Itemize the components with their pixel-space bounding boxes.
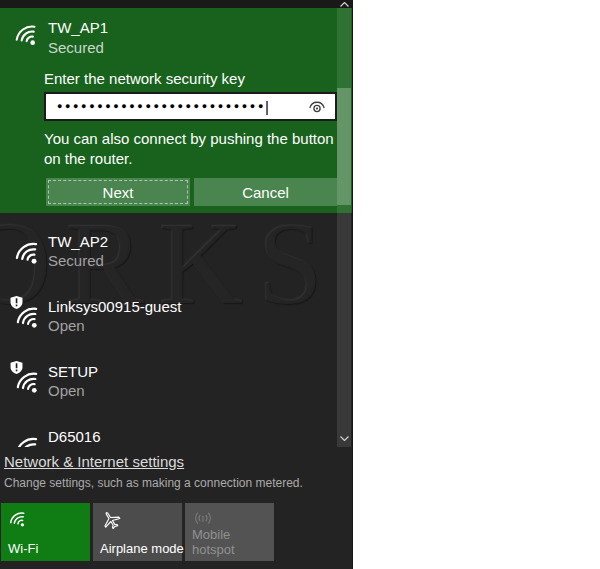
chevron-down-icon xyxy=(340,436,349,441)
network-name: TW_AP2 xyxy=(48,233,108,250)
network-status: Open xyxy=(48,317,85,334)
settings-caption: Change settings, such as making a connec… xyxy=(4,476,303,490)
network-row-setup[interactable]: SETUP Open xyxy=(0,356,337,420)
mobile-hotspot-tile: Mobile hotspot xyxy=(185,503,274,561)
selected-network-panel: TW_AP1 Secured Enter the network securit… xyxy=(0,8,352,213)
shield-exclamation-icon xyxy=(10,360,23,375)
password-masked-value: ●●●●●●●●●●●●●●●●●●●●●●●●●● xyxy=(57,102,266,111)
wifi-weak-icon xyxy=(11,425,45,447)
scrollbar-thumb[interactable] xyxy=(337,88,351,205)
next-button-label: Next xyxy=(103,184,134,201)
network-row-d65016[interactable]: D65016 xyxy=(0,421,337,447)
wifi-warning-icon xyxy=(11,295,45,335)
network-status: Secured xyxy=(48,252,104,269)
network-row-tw-ap2[interactable]: TW_AP2 Secured xyxy=(0,226,337,290)
wifi-icon xyxy=(8,509,30,531)
shield-exclamation-icon xyxy=(10,295,23,310)
network-settings-link[interactable]: Network & Internet settings xyxy=(4,453,184,470)
security-key-input[interactable]: ●●●●●●●●●●●●●●●●●●●●●●●●●● | xyxy=(44,92,337,121)
flyout-footer: Network & Internet settings Change setti… xyxy=(0,447,352,569)
network-status: Open xyxy=(48,382,85,399)
cancel-button[interactable]: Cancel xyxy=(194,178,337,206)
network-status: Secured xyxy=(48,39,104,56)
scroll-down-button[interactable] xyxy=(338,431,351,445)
network-name: D65016 xyxy=(48,428,101,445)
tile-label: Airplane mode xyxy=(100,541,184,556)
scrollbar-track[interactable] xyxy=(337,8,351,447)
tile-label: Wi-Fi xyxy=(8,541,38,556)
wifi-icon xyxy=(13,21,41,49)
network-name: SETUP xyxy=(48,363,98,380)
push-button-note: You can also connect by pushing the butt… xyxy=(44,129,346,169)
tile-label: Mobile hotspot xyxy=(192,527,252,557)
airplane-mode-tile[interactable]: Airplane mode xyxy=(93,503,182,561)
network-row-linksys-guest[interactable]: Linksys00915-guest Open xyxy=(0,291,337,355)
next-button[interactable]: Next xyxy=(46,178,190,206)
screen: ORKS TW_AP1 Secured Enter the network se… xyxy=(0,0,600,569)
network-name: TW_AP1 xyxy=(48,19,108,36)
reveal-password-icon[interactable] xyxy=(307,99,327,115)
airplane-icon xyxy=(100,509,122,531)
wifi-icon xyxy=(11,230,45,270)
wifi-toggle-tile[interactable]: Wi-Fi xyxy=(1,503,90,561)
list-top-edge xyxy=(0,0,352,8)
security-key-prompt: Enter the network security key xyxy=(44,70,245,87)
network-name: Linksys00915-guest xyxy=(48,298,181,315)
scroll-up-button[interactable] xyxy=(338,0,351,9)
cancel-button-label: Cancel xyxy=(242,184,289,201)
network-list: ORKS TW_AP1 Secured Enter the network se… xyxy=(0,0,352,447)
wifi-warning-icon xyxy=(11,360,45,400)
wifi-network-flyout: ORKS TW_AP1 Secured Enter the network se… xyxy=(0,0,353,569)
text-cursor: | xyxy=(265,99,269,114)
chevron-up-icon xyxy=(340,2,349,7)
